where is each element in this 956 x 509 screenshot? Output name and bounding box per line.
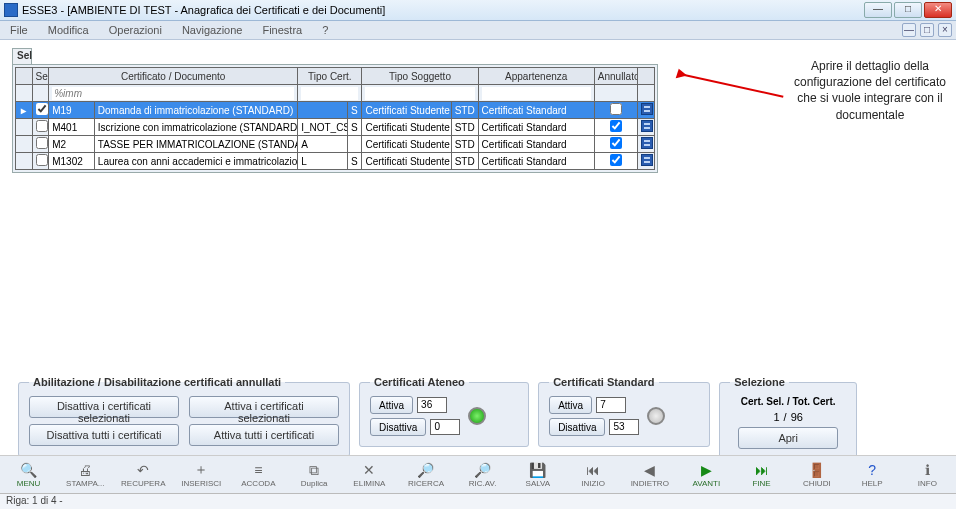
- row-code[interactable]: M1302: [49, 153, 95, 170]
- standard-attiva-button[interactable]: Attiva: [549, 396, 592, 414]
- tab-sel[interactable]: Sel: [12, 48, 32, 64]
- filter-certdoc[interactable]: [52, 87, 294, 100]
- row-code[interactable]: M401: [49, 119, 95, 136]
- panel-abilitazione: Abilitazione / Disabilitazione certifica…: [18, 376, 350, 457]
- row-sel-checkbox[interactable]: [36, 137, 48, 149]
- tool-elimina[interactable]: ✕ELIMINA: [353, 461, 386, 488]
- row-tipocert[interactable]: [298, 102, 348, 119]
- table-row[interactable]: M2TASSE PER IMMATRICOLAZIONE (STANDARD)A…: [16, 136, 655, 153]
- tool-menu[interactable]: 🔍MENU: [12, 461, 45, 488]
- col-sel[interactable]: Sel: [32, 68, 49, 85]
- menu-navigazione[interactable]: Navigazione: [178, 22, 247, 38]
- row-tipocert2[interactable]: S: [347, 102, 362, 119]
- menubar: File Modifica Operazioni Navigazione Fin…: [0, 21, 956, 40]
- row-annullato-checkbox[interactable]: [610, 137, 622, 149]
- row-tipocert[interactable]: L: [298, 153, 348, 170]
- print-icon: 🖨: [76, 461, 94, 479]
- tool-recupera[interactable]: ↶RECUPERA: [125, 461, 161, 488]
- row-sogg2[interactable]: STD: [451, 136, 478, 153]
- row-sogg2[interactable]: STD: [451, 119, 478, 136]
- row-sogg2[interactable]: STD: [451, 153, 478, 170]
- filter-tiposogg[interactable]: [365, 87, 474, 100]
- row-annullato-checkbox[interactable]: [610, 154, 622, 166]
- row-desc[interactable]: Iscrizione con immatricolazione (STANDAR…: [94, 119, 297, 136]
- row-desc[interactable]: Laurea con anni accademici e immatricola…: [94, 153, 297, 170]
- row-code[interactable]: M19: [49, 102, 95, 119]
- row-desc[interactable]: TASSE PER IMMATRICOLAZIONE (STANDARD): [94, 136, 297, 153]
- row-tipocert2[interactable]: S: [347, 153, 362, 170]
- close-button[interactable]: ✕: [924, 2, 952, 18]
- col-appart[interactable]: Appartenenza: [478, 68, 594, 85]
- tool-indietro[interactable]: ◀INDIETRO: [632, 461, 668, 488]
- doc-restore-button[interactable]: □: [920, 23, 934, 37]
- col-tiposogg[interactable]: Tipo Soggetto: [362, 68, 478, 85]
- tool-inizio[interactable]: ⏮INIZIO: [576, 461, 609, 488]
- tool-info[interactable]: ℹINFO: [911, 461, 944, 488]
- tool-salva[interactable]: 💾SALVA: [521, 461, 554, 488]
- col-annullato[interactable]: Annullato: [594, 68, 638, 85]
- row-detail-icon[interactable]: [641, 120, 653, 132]
- row-tipocert[interactable]: I_NOT_CS: [298, 119, 348, 136]
- prev-icon: ◀: [641, 461, 659, 479]
- tool-ricerca[interactable]: 🔎RICERCA: [408, 461, 444, 488]
- menu-file[interactable]: File: [6, 22, 32, 38]
- row-detail-icon[interactable]: [641, 154, 653, 166]
- grid-wrap: Sel Certificato / Documento Tipo Cert. T…: [12, 64, 658, 173]
- doc-minimize-button[interactable]: —: [902, 23, 916, 37]
- table-row[interactable]: ▸M19Domanda di immatricolazione (STANDAR…: [16, 102, 655, 119]
- tool-duplica[interactable]: ⧉Duplica: [297, 461, 330, 488]
- row-tipocert2[interactable]: [347, 136, 362, 153]
- row-tiposogg[interactable]: Certificati Studente: [362, 153, 451, 170]
- tool-help[interactable]: ?HELP: [855, 461, 888, 488]
- selezione-sel-value: 1: [773, 411, 779, 423]
- disattiva-sel-button[interactable]: Disattiva i certificati selezionati: [29, 396, 179, 418]
- filter-tipocert[interactable]: [301, 87, 358, 100]
- row-appart[interactable]: Certificati Standard: [478, 102, 594, 119]
- disattiva-tutti-button[interactable]: Disattiva tutti i certificati: [29, 424, 179, 446]
- tool-chiudi[interactable]: 🚪CHIUDI: [800, 461, 833, 488]
- table-row[interactable]: M1302Laurea con anni accademici e immatr…: [16, 153, 655, 170]
- row-sel-checkbox[interactable]: [36, 103, 48, 115]
- row-tipocert2[interactable]: S: [347, 119, 362, 136]
- minimize-button[interactable]: —: [864, 2, 892, 18]
- ateneo-attiva-button[interactable]: Attiva: [370, 396, 413, 414]
- col-tipocert[interactable]: Tipo Cert.: [298, 68, 362, 85]
- tool-avanti[interactable]: ▶AVANTI: [690, 461, 723, 488]
- standard-disattiva-button[interactable]: Disattiva: [549, 418, 605, 436]
- row-detail-icon[interactable]: [641, 137, 653, 149]
- col-certdoc[interactable]: Certificato / Documento: [49, 68, 298, 85]
- row-tiposogg[interactable]: Certificati Studente: [362, 102, 451, 119]
- row-sel-checkbox[interactable]: [36, 120, 48, 132]
- menu-finestra[interactable]: Finestra: [258, 22, 306, 38]
- menu-operazioni[interactable]: Operazioni: [105, 22, 166, 38]
- maximize-button[interactable]: □: [894, 2, 922, 18]
- tool-stampa[interactable]: 🖨STAMPA...: [67, 461, 103, 488]
- status-text: Riga: 1 di 4 -: [6, 495, 63, 506]
- ateneo-disattiva-button[interactable]: Disattiva: [370, 418, 426, 436]
- row-detail-icon[interactable]: [641, 103, 653, 115]
- apri-button[interactable]: Apri: [738, 427, 838, 449]
- row-appart[interactable]: Certificati Standard: [478, 136, 594, 153]
- row-appart[interactable]: Certificati Standard: [478, 153, 594, 170]
- tool-inserisci[interactable]: ＋INSERISCI: [183, 461, 219, 488]
- tool-accoda[interactable]: ≡ACCODA: [241, 461, 275, 488]
- row-code[interactable]: M2: [49, 136, 95, 153]
- row-sel-checkbox[interactable]: [36, 154, 48, 166]
- row-annullato-checkbox[interactable]: [610, 103, 622, 115]
- doc-close-button[interactable]: ×: [938, 23, 952, 37]
- row-sogg2[interactable]: STD: [451, 102, 478, 119]
- row-appart[interactable]: Certificati Standard: [478, 119, 594, 136]
- row-tipocert[interactable]: A: [298, 136, 348, 153]
- menu-modifica[interactable]: Modifica: [44, 22, 93, 38]
- row-annullato-checkbox[interactable]: [610, 120, 622, 132]
- table-row[interactable]: M401Iscrizione con immatricolazione (STA…: [16, 119, 655, 136]
- row-tiposogg[interactable]: Certificati Studente: [362, 119, 451, 136]
- filter-appart[interactable]: [482, 87, 591, 100]
- row-desc[interactable]: Domanda di immatricolazione (STANDARD): [94, 102, 297, 119]
- attiva-sel-button[interactable]: Attiva i certificati selezionati: [189, 396, 339, 418]
- menu-help[interactable]: ?: [318, 22, 332, 38]
- tool-fine[interactable]: ⏭FINE: [745, 461, 778, 488]
- attiva-tutti-button[interactable]: Attiva tutti i certificati: [189, 424, 339, 446]
- row-tiposogg[interactable]: Certificati Studente: [362, 136, 451, 153]
- tool-ricav[interactable]: 🔎RIC.AV.: [466, 461, 499, 488]
